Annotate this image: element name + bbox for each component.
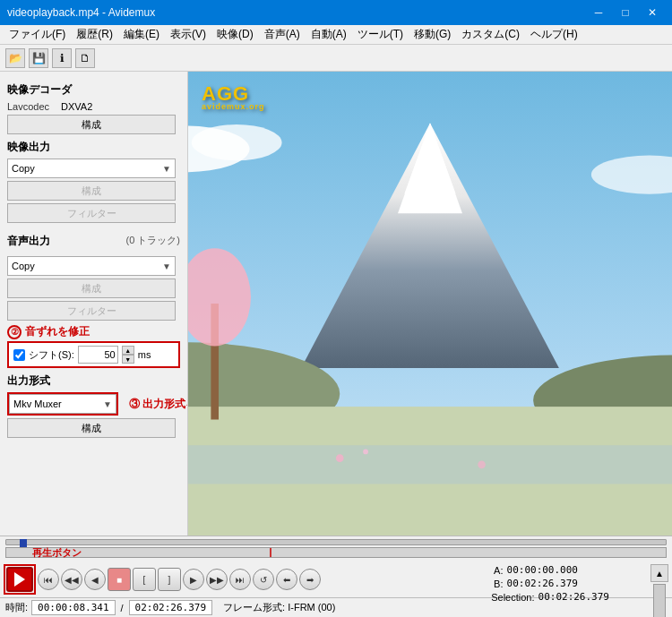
time-separator: /: [119, 603, 125, 613]
timecode-area: A: 00:00:00.000 B: 00:02:26.379 Selectio…: [481, 564, 609, 604]
title-bar: videoplayback.mp4 - Avidemux ─ □ ✕: [0, 0, 672, 25]
close-button[interactable]: ✕: [640, 4, 665, 21]
ms-unit: ms: [138, 349, 151, 360]
video-output-config-btn[interactable]: 構成: [7, 181, 176, 201]
toolbar-open-btn[interactable]: 📂: [5, 48, 25, 68]
video-preview: AGG avidemux.org: [188, 72, 672, 536]
lavcodec-value: DXVA2: [61, 101, 92, 112]
volume-slider[interactable]: [653, 584, 666, 617]
spin-down-btn[interactable]: ▼: [122, 355, 134, 364]
menu-custom[interactable]: カスタム(C): [456, 25, 525, 44]
audio-config-btn[interactable]: 構成: [7, 279, 176, 298]
shift-row: シフト(S): ▲ ▼ ms: [7, 341, 180, 368]
video-decoder-config-btn[interactable]: 構成: [7, 115, 176, 134]
rewind-start-btn[interactable]: ⏮: [38, 569, 59, 590]
selection-row: Selection: 00:02:26.379: [481, 591, 609, 603]
next-frame-btn[interactable]: ▶: [183, 569, 204, 590]
mark-a-btn[interactable]: [: [133, 568, 156, 591]
fast-forward-btn[interactable]: ▶▶: [206, 569, 228, 590]
output-format-section: 出力形式 Mkv Muxer ▼ ③ 出力形式を選択 構成: [7, 373, 180, 438]
tc-a-value: 00:00:00.000: [507, 564, 578, 576]
shift-spinner: ▲ ▼: [122, 346, 134, 364]
selection-value: 00:02:26.379: [538, 591, 609, 603]
menu-video[interactable]: 映像(D): [211, 25, 259, 44]
selection-label: Selection:: [481, 592, 535, 603]
annotation-3: ③ 出力形式を選択: [129, 397, 188, 412]
bottom-controls: 再生ボタン ⏮ ◀◀ ◀ ■ [ ] ▶ ▶▶ ⏭ ↺ ⬅ ➡ A:: [0, 536, 672, 617]
video-filter-btn[interactable]: フィルター: [7, 203, 176, 223]
timeline-position: [20, 539, 27, 547]
menu-file[interactable]: ファイル(F): [4, 25, 71, 44]
menu-tools[interactable]: ツール(T): [352, 25, 409, 44]
output-format-label: 出力形式: [7, 373, 180, 389]
content-area: 映像デコーダ Lavcodec DXVA2 構成 映像出力 Copy ▼ 構成 …: [0, 72, 672, 536]
timeline-lower[interactable]: [5, 547, 667, 558]
mark-b-btn[interactable]: ]: [158, 568, 181, 591]
audio-output-arrow: ▼: [162, 261, 171, 271]
volume-control: ▲: [650, 564, 668, 617]
video-output-dropdown-row: Copy ▼: [7, 159, 180, 178]
play-button[interactable]: [6, 567, 33, 592]
svg-point-2: [192, 124, 282, 160]
menu-history[interactable]: 履歴(R): [71, 25, 118, 44]
prev-frame-btn[interactable]: ◀: [84, 569, 106, 590]
shift-label: シフト(S):: [29, 348, 74, 362]
menu-audio[interactable]: 音声(A): [259, 25, 306, 44]
step-back-btn[interactable]: ◀◀: [61, 569, 82, 590]
output-format-arrow: ▼: [103, 399, 112, 409]
volume-up-btn[interactable]: ▲: [650, 564, 668, 582]
play-annotation: 再生ボタン: [32, 546, 82, 560]
audio-tracks-badge: (0 トラック): [126, 234, 181, 247]
menu-edit[interactable]: 編集(E): [118, 25, 165, 44]
maximize-button[interactable]: □: [613, 4, 638, 21]
toolbar-file-btn[interactable]: 🗋: [75, 48, 95, 68]
forward-end-btn[interactable]: ⏭: [229, 569, 251, 590]
lavcodec-row: Lavcodec DXVA2: [7, 101, 180, 112]
toolbar-info-btn[interactable]: ℹ: [52, 48, 72, 68]
timeline-selection-marker: [270, 548, 271, 557]
shift-checkbox[interactable]: [13, 349, 25, 361]
toolbar: 📂 💾 ℹ 🗋: [0, 45, 672, 72]
timeline-area: [0, 536, 672, 562]
annotation-3-circle: ③: [129, 398, 140, 410]
video-decoder-label: 映像デコーダ: [7, 82, 180, 98]
video-output-arrow: ▼: [162, 164, 171, 174]
lavcodec-label: Lavcodec: [7, 101, 61, 112]
minimize-button[interactable]: ─: [586, 4, 611, 21]
tc-a-label: A:: [481, 565, 504, 576]
menu-view[interactable]: 表示(V): [165, 25, 211, 44]
menu-help[interactable]: ヘルプ(H): [525, 25, 583, 44]
next-keyframe-btn[interactable]: ➡: [299, 569, 321, 590]
annotation-3-text: 出力形式を選択: [142, 398, 188, 410]
timeline-upper[interactable]: [5, 539, 667, 545]
menu-bar: ファイル(F) 履歴(R) 編集(E) 表示(V) 映像(D) 音声(A) 自動…: [0, 25, 672, 45]
watermark-sub: avidemux.org: [202, 102, 265, 111]
play-btn-wrapper: [4, 564, 36, 595]
loop-btn[interactable]: ↺: [253, 569, 274, 590]
spin-up-btn[interactable]: ▲: [122, 346, 134, 355]
annotation-2: ② 音ずれを修正: [7, 324, 180, 339]
prev-keyframe-btn[interactable]: ⬅: [276, 569, 297, 590]
annotation-2-text: 音ずれを修正: [25, 324, 90, 339]
audio-output-header: 音声出力 (0 トラック): [7, 228, 180, 253]
play-icon: [14, 572, 25, 587]
output-format-dropdown[interactable]: Mkv Muxer ▼: [9, 394, 116, 414]
shift-input[interactable]: [78, 346, 118, 364]
app-window: videoplayback.mp4 - Avidemux ─ □ ✕ ファイル(…: [0, 0, 672, 617]
watermark: AGG avidemux.org: [202, 82, 265, 111]
annotation-2-circle: ②: [7, 325, 22, 339]
video-preview-panel: AGG avidemux.org: [188, 72, 672, 536]
toolbar-save-btn[interactable]: 💾: [29, 48, 48, 68]
audio-filter-btn[interactable]: フィルター: [7, 301, 176, 321]
output-config-btn[interactable]: 構成: [7, 418, 176, 438]
audio-output-dropdown[interactable]: Copy ▼: [7, 256, 176, 276]
video-output-dropdown[interactable]: Copy ▼: [7, 159, 176, 178]
menu-auto[interactable]: 自動(A): [306, 25, 352, 44]
menu-move[interactable]: 移動(G): [409, 25, 456, 44]
svg-point-19: [336, 454, 344, 462]
play-annotation-text: 再生ボタン: [32, 546, 82, 560]
svg-rect-18: [188, 445, 672, 484]
stop-btn[interactable]: ■: [108, 568, 131, 591]
tc-b-label: B:: [481, 578, 504, 589]
current-time-display: 00:00:08.341: [31, 600, 115, 615]
